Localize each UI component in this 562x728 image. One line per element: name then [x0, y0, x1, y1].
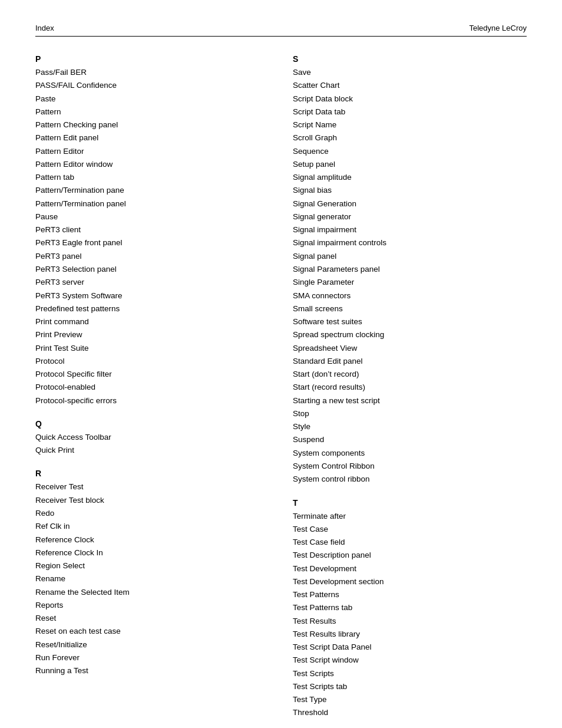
index-item: Start (don’t record): [293, 368, 527, 381]
index-item: Protocol-specific errors: [35, 394, 269, 407]
index-item: Protocol-enabled: [35, 381, 269, 394]
index-item: Signal bias: [293, 184, 527, 197]
index-item: Test Script window: [293, 654, 527, 667]
index-item: Pattern Editor window: [35, 158, 269, 171]
page-header: Index Teledyne LeCroy: [35, 24, 527, 37]
index-item: Pattern Edit panel: [35, 131, 269, 144]
index-item: Test Development section: [293, 575, 527, 588]
index-item: Start (record results): [293, 381, 527, 394]
index-item: Test Case: [293, 523, 527, 536]
index-item: Reference Clock: [35, 533, 269, 546]
section-q: QQuick Access ToolbarQuick Print: [35, 419, 269, 457]
index-item: Signal generator: [293, 210, 527, 223]
section-letter: T: [293, 498, 527, 508]
index-item: Script Data block: [293, 93, 527, 106]
header-right: Teledyne LeCroy: [469, 24, 527, 32]
index-item: Redo: [35, 507, 269, 520]
index-item: Print Preview: [35, 328, 269, 341]
section-letter: S: [293, 54, 527, 64]
index-item: Scatter Chart: [293, 79, 527, 92]
section-t: TTerminate afterTest CaseTest Case field…: [293, 498, 527, 720]
index-item: Pattern: [35, 106, 269, 118]
index-item: Test Results library: [293, 628, 527, 641]
index-item: System control ribbon: [293, 473, 527, 486]
index-item: Running a Test: [35, 664, 269, 677]
index-item: Test Scripts: [293, 667, 527, 680]
index-item: Test Results: [293, 615, 527, 628]
index-item: Rename the Selected Item: [35, 586, 269, 599]
index-item: Reports: [35, 599, 269, 612]
index-item: Save: [293, 66, 527, 79]
right-column: SSaveScatter ChartScript Data blockScrip…: [281, 54, 527, 728]
section-letter: Q: [35, 419, 269, 429]
content-area: PPass/Fail BERPASS/FAIL ConfidencePasteP…: [35, 54, 527, 728]
index-item: Paste: [35, 93, 269, 106]
index-item: Pattern Checking panel: [35, 118, 269, 131]
index-item: Test Development: [293, 562, 527, 575]
index-item: Suspend: [293, 433, 527, 446]
index-item: Test Scripts tab: [293, 680, 527, 693]
index-item: Terminate after: [293, 510, 527, 523]
index-item: Pattern tab: [35, 171, 269, 184]
index-item: Test Case field: [293, 536, 527, 549]
index-item: Standard Edit panel: [293, 355, 527, 368]
index-item: Signal impairment controls: [293, 236, 527, 249]
index-item: Starting a new test script: [293, 394, 527, 407]
index-item: PeRT3 Eagle front panel: [35, 236, 269, 249]
index-item: Receiver Test block: [35, 494, 269, 507]
index-item: Rename: [35, 572, 269, 585]
index-item: Reference Clock In: [35, 546, 269, 559]
index-item: PeRT3 server: [35, 276, 269, 289]
index-item: Run Forever: [35, 651, 269, 664]
index-item: Signal panel: [293, 250, 527, 263]
section-letter: R: [35, 469, 269, 478]
index-item: Protocol: [35, 355, 269, 368]
index-item: Test Patterns: [293, 588, 527, 601]
index-item: Scroll Graph: [293, 131, 527, 144]
index-item: Print Test Suite: [35, 342, 269, 355]
index-item: SMA connectors: [293, 289, 527, 302]
index-item: Spreadsheet View: [293, 342, 527, 355]
index-item: PASS/FAIL Confidence: [35, 79, 269, 92]
index-item: Sequence: [293, 145, 527, 158]
index-item: Pause: [35, 210, 269, 223]
index-item: PeRT3 System Software: [35, 289, 269, 302]
index-item: Style: [293, 420, 527, 433]
index-item: Setup panel: [293, 158, 527, 171]
index-item: Test Patterns tab: [293, 601, 527, 614]
index-item: System components: [293, 447, 527, 460]
index-item: Quick Access Toolbar: [35, 431, 269, 444]
left-column: PPass/Fail BERPASS/FAIL ConfidencePasteP…: [35, 54, 281, 728]
index-item: Pattern/Termination panel: [35, 197, 269, 210]
index-item: PeRT3 panel: [35, 250, 269, 263]
index-item: Script Name: [293, 118, 527, 131]
index-item: Script Data tab: [293, 106, 527, 118]
index-item: System Control Ribbon: [293, 460, 527, 473]
index-item: Test Script Data Panel: [293, 641, 527, 654]
index-item: Region Select: [35, 559, 269, 572]
index-item: Signal amplitude: [293, 171, 527, 184]
index-item: PeRT3 client: [35, 223, 269, 236]
index-item: Test Description panel: [293, 549, 527, 562]
index-item: Protocol Specific filter: [35, 368, 269, 381]
index-item: Reset/Initialize: [35, 638, 269, 651]
index-item: PeRT3 Selection panel: [35, 263, 269, 276]
index-item: Software test suites: [293, 315, 527, 328]
index-item: Pass/Fail BER: [35, 66, 269, 79]
index-item: Predefined test patterns: [35, 302, 269, 315]
index-item: Single Parameter: [293, 276, 527, 289]
index-item: Ref Clk in: [35, 520, 269, 533]
section-s: SSaveScatter ChartScript Data blockScrip…: [293, 54, 527, 486]
section-r: RReceiver TestReceiver Test blockRedoRef…: [35, 469, 269, 677]
index-item: Test Type: [293, 693, 527, 706]
section-p: PPass/Fail BERPASS/FAIL ConfidencePasteP…: [35, 54, 269, 407]
index-item: Signal Generation: [293, 197, 527, 210]
section-letter: P: [35, 54, 269, 64]
header-left: Index: [35, 24, 54, 32]
page: Index Teledyne LeCroy PPass/Fail BERPASS…: [0, 0, 562, 728]
index-item: Receiver Test: [35, 480, 269, 493]
index-item: Spread spectrum clocking: [293, 328, 527, 341]
index-item: Reset: [35, 612, 269, 625]
index-item: Pattern Editor: [35, 145, 269, 158]
index-item: Reset on each test case: [35, 625, 269, 638]
